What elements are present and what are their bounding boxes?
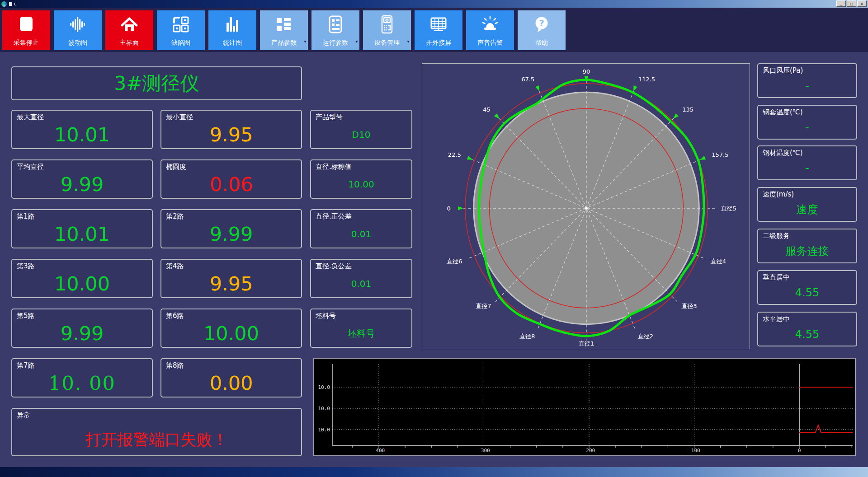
window-controls: _□x xyxy=(836,0,867,7)
metric-box-path-6-value: 10.00 xyxy=(161,320,301,346)
param-box-billet-number: 坯料号坯料号 xyxy=(310,309,412,348)
toolbar-button-label: 采集停止 xyxy=(2,39,50,47)
status-box-vertical-centering-value: 4.55 xyxy=(758,283,856,303)
metric-box-ovality: 椭圆度0.06 xyxy=(160,159,302,199)
param-box-diameter-nominal: 直径.标称值10.00 xyxy=(310,159,412,199)
metric-box-min-diameter: 最小直径9.95 xyxy=(160,110,302,149)
metric-box-ovality-value: 0.06 xyxy=(161,171,301,197)
metric-box-path-6-label: 第6路 xyxy=(166,312,184,320)
close-button[interactable]: x xyxy=(857,0,867,7)
svg-text:?: ? xyxy=(539,18,544,28)
status-box-secondary-service: 二级服务服务连接 xyxy=(757,229,857,263)
sound-alarm-icon xyxy=(466,14,514,35)
toolbar-button-label: 设备管理 xyxy=(363,39,411,47)
toolbar-button-label: 缺陷图 xyxy=(157,39,205,47)
gauge-title-box: 3#测径仪 xyxy=(11,66,302,100)
metric-box-path-3-value: 10.00 xyxy=(12,271,152,297)
metric-box-path-2-label: 第2路 xyxy=(166,212,184,221)
metric-box-path-8-label: 第8路 xyxy=(166,361,184,370)
metric-box-path-6: 第6路10.00 xyxy=(160,309,302,348)
param-box-diameter-plus-tolerance-label: 直径.正公差 xyxy=(316,212,352,221)
toolbar-button-label: 波动图 xyxy=(54,39,102,47)
toolbar: 采集停止波动图 主界面 缺陷图 统计图 产品参数▼ 运行参数▼ xyxy=(0,8,868,52)
metric-box-path-7: 第7路10. 00 xyxy=(11,358,153,398)
angle-marker-icon xyxy=(700,156,706,160)
param-box-diameter-nominal-label: 直径.标称值 xyxy=(316,163,352,171)
param-box-product-model: 产品型号D10 xyxy=(310,110,412,149)
param-box-diameter-minus-tolerance-value: 0.01 xyxy=(311,273,411,294)
app-logo-icon xyxy=(1,1,7,7)
toolbar-button-run-params[interactable]: 运行参数▼ xyxy=(311,10,359,50)
metric-box-path-3: 第3路10.00 xyxy=(11,259,153,298)
status-box-sleeve-temperature-value: - xyxy=(758,117,856,137)
angle-marker-icon xyxy=(467,156,473,160)
metric-box-path-2-value: 9.99 xyxy=(161,221,301,247)
angle-marker-icon xyxy=(458,206,463,210)
help-icon: ? xyxy=(518,14,566,35)
toolbar-button-wave-chart[interactable]: 波动图 xyxy=(54,10,102,50)
angle-marker-icon xyxy=(535,85,539,91)
status-box-steel-temperature-label: 钢材温度(℃) xyxy=(763,149,803,157)
alarm-box: 异常 打开报警端口失败！ xyxy=(11,408,302,456)
toolbar-button-stop-acquisition[interactable]: 采集停止 xyxy=(2,10,50,50)
y-axis-tick-label: 10.0 xyxy=(318,384,330,390)
trend-chart: 10.010.010.0-400-300-200-1000 xyxy=(314,359,855,455)
metric-box-min-diameter-label: 最小直径 xyxy=(166,113,193,122)
toolbar-button-device-management[interactable]: 设备管理▼ xyxy=(363,10,411,50)
param-box-billet-number-value: 坯料号 xyxy=(311,323,411,344)
toolbar-button-sound-alarm[interactable]: 声音告警 xyxy=(466,10,514,50)
param-box-product-model-value: D10 xyxy=(311,124,411,145)
chevron-down-icon: ▼ xyxy=(303,40,307,44)
param-box-diameter-plus-tolerance-value: 0.01 xyxy=(311,224,411,244)
minimize-button[interactable]: _ xyxy=(836,0,846,7)
toolbar-button-external-screen[interactable]: 开外接屏 xyxy=(415,10,462,50)
param-box-product-model-label: 产品型号 xyxy=(316,113,343,122)
metric-box-path-5: 第5路9.99 xyxy=(11,309,153,348)
waveform-icon xyxy=(54,14,102,35)
status-box-tuyere-pressure-label: 风口风压(Pa) xyxy=(763,66,803,75)
toolbar-button-statistics-chart[interactable]: 统计图 xyxy=(208,10,256,50)
angle-tick-label: 67.5 xyxy=(521,76,534,83)
metric-box-path-1-label: 第1路 xyxy=(17,212,35,221)
diameter-label: 直径5 xyxy=(721,205,736,212)
status-box-speed-label: 速度(m/s) xyxy=(763,190,794,199)
alarm-message: 打开报警端口失败！ xyxy=(12,426,301,453)
status-box-tuyere-pressure: 风口风压(Pa)- xyxy=(757,63,857,98)
title-bar: c _□x xyxy=(0,0,868,8)
maximize-button[interactable]: □ xyxy=(847,0,856,7)
toolbar-button-main-screen[interactable]: 主界面 xyxy=(105,10,153,50)
status-box-horizontal-centering-label: 水平居中 xyxy=(763,315,790,323)
chevron-down-icon: ▼ xyxy=(355,40,359,44)
stop-icon xyxy=(2,14,50,35)
toolbar-button-defect-map[interactable]: 缺陷图 xyxy=(157,10,205,50)
status-box-steel-temperature-value: - xyxy=(758,158,856,178)
status-box-speed-value: 速度 xyxy=(758,200,856,220)
param-box-diameter-minus-tolerance: 直径.负公差0.01 xyxy=(310,259,412,298)
status-box-vertical-centering: 垂直居中4.55 xyxy=(757,270,857,305)
diameter-label: 直径6 xyxy=(447,258,462,265)
metric-box-path-3-label: 第3路 xyxy=(17,262,35,271)
status-box-vertical-centering-label: 垂直居中 xyxy=(763,273,790,282)
gauge-title: 3#测径仪 xyxy=(114,72,199,94)
angle-tick-label: 135 xyxy=(682,106,693,113)
diameter-label: 直径3 xyxy=(681,303,697,309)
device-manage-icon xyxy=(363,14,411,35)
angle-tick-label: 22.5 xyxy=(448,151,461,158)
defect-map-icon xyxy=(157,14,205,35)
metric-box-ovality-label: 椭圆度 xyxy=(166,163,186,171)
window-title: c xyxy=(14,1,17,6)
status-box-sleeve-temperature-label: 钢套温度(℃) xyxy=(763,108,803,117)
document-icon xyxy=(9,2,12,6)
y-axis-tick-label: 10.0 xyxy=(318,427,330,433)
status-box-secondary-service-label: 二级服务 xyxy=(763,232,790,240)
param-box-billet-number-label: 坯料号 xyxy=(316,312,336,320)
home-icon xyxy=(105,14,153,35)
status-bar xyxy=(0,467,868,477)
toolbar-button-product-params[interactable]: 产品参数▼ xyxy=(260,10,308,50)
toolbar-button-help[interactable]: ?帮助 xyxy=(518,10,566,50)
diameter-label: 直径7 xyxy=(476,303,491,309)
metric-box-path-2: 第2路9.99 xyxy=(160,209,302,248)
angle-tick-label: 112.5 xyxy=(638,76,655,83)
metric-box-avg-diameter-label: 平均直径 xyxy=(17,163,44,171)
metric-box-path-5-value: 9.99 xyxy=(12,320,152,346)
